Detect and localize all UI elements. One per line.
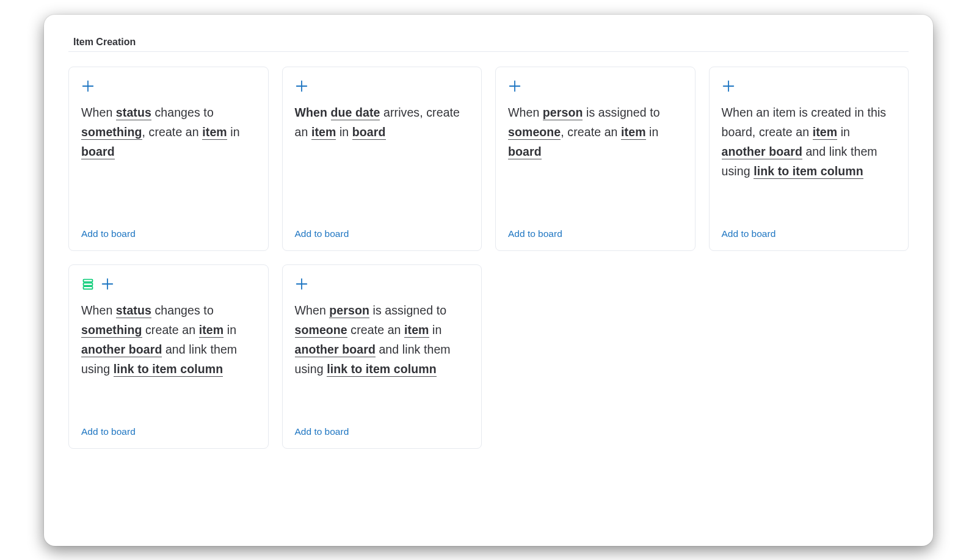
plus-icon	[101, 277, 114, 291]
recipe-text: When	[81, 304, 116, 317]
recipe-field[interactable]: item	[621, 125, 646, 140]
recipe-text: When	[295, 304, 330, 317]
svg-rect-8	[84, 279, 93, 282]
recipe-text: is assigned to	[369, 304, 446, 317]
recipe-text: When an item is created in this board, c…	[722, 106, 887, 139]
recipe-field[interactable]: link to item column	[114, 362, 223, 377]
recipe-description: When an item is created in this board, c…	[722, 103, 896, 181]
recipe-text: changes to	[151, 304, 214, 317]
recipe-field[interactable]: due date	[331, 106, 380, 120]
recipe-field[interactable]: person	[543, 106, 583, 120]
card-icons	[81, 79, 256, 94]
recipe-text: changes to	[151, 106, 214, 119]
add-to-board-button[interactable]: Add to board	[295, 426, 470, 437]
add-to-board-button[interactable]: Add to board	[295, 228, 470, 239]
recipe-field[interactable]: another board	[81, 343, 162, 357]
add-to-board-button[interactable]: Add to board	[81, 228, 256, 239]
recipe-card-person-create-link[interactable]: When person is assigned to someone creat…	[282, 264, 482, 449]
recipe-card-item-created-link[interactable]: When an item is created in this board, c…	[709, 67, 909, 251]
recipe-text: When	[295, 106, 331, 119]
recipe-field[interactable]: item	[311, 125, 336, 140]
svg-rect-10	[84, 286, 93, 289]
add-to-board-button[interactable]: Add to board	[508, 228, 683, 239]
add-to-board-button[interactable]: Add to board	[722, 228, 896, 239]
recipe-card-status-create-item[interactable]: When status changes to something, create…	[68, 67, 269, 251]
recipe-text: is assigned to	[583, 106, 659, 119]
recipe-field[interactable]: link to item column	[754, 164, 863, 179]
recipe-field[interactable]: something	[81, 323, 142, 338]
recipe-text: , create an	[142, 125, 203, 139]
svg-rect-9	[84, 283, 93, 285]
recipe-text: , create an	[561, 125, 621, 139]
recipe-description: When due date arrives, create an item in…	[295, 103, 470, 142]
card-icons	[722, 79, 896, 94]
recipe-field[interactable]: someone	[508, 125, 561, 140]
recipe-text: in	[429, 323, 442, 336]
card-icons	[81, 277, 256, 292]
recipe-field[interactable]: another board	[722, 145, 802, 159]
recipe-field[interactable]: someone	[295, 323, 347, 338]
recipe-description: When person is assigned to someone creat…	[295, 300, 470, 379]
recipe-text: When	[508, 106, 543, 119]
card-icons	[295, 79, 470, 94]
recipe-field[interactable]: board	[508, 145, 542, 159]
recipe-text: in	[336, 125, 352, 139]
plus-icon	[722, 79, 735, 93]
recipe-text: in	[227, 125, 240, 139]
recipe-text: in	[646, 125, 659, 139]
add-to-board-button[interactable]: Add to board	[81, 426, 256, 437]
recipe-grid: When status changes to something, create…	[68, 67, 909, 449]
recipe-field[interactable]: item	[813, 125, 838, 140]
recipe-card-due-date-create-item[interactable]: When due date arrives, create an item in…	[282, 67, 482, 251]
recipe-card-person-create-item[interactable]: When person is assigned to someone, crea…	[495, 67, 696, 251]
recipe-description: When status changes to something, create…	[81, 103, 256, 161]
recipe-field[interactable]: item	[404, 323, 429, 338]
recipe-field[interactable]: something	[81, 125, 142, 140]
automation-recipes-frame: Item Creation When status changes to som…	[44, 15, 933, 546]
recipe-text: in	[837, 125, 850, 139]
recipe-text: in	[223, 323, 236, 336]
section-title: Item Creation	[73, 37, 909, 48]
recipe-description: When person is assigned to someone, crea…	[508, 103, 683, 161]
card-icons	[295, 277, 470, 292]
recipe-field[interactable]: status	[116, 106, 151, 120]
plus-icon	[508, 79, 521, 93]
recipe-description: When status changes to something create …	[81, 300, 256, 379]
recipe-text: When	[81, 106, 116, 119]
recipe-field[interactable]: item	[199, 323, 224, 338]
recipe-text: create an	[347, 323, 404, 336]
recipe-card-status-create-link[interactable]: When status changes to something create …	[68, 264, 269, 449]
recipe-field[interactable]: link to item column	[327, 362, 437, 377]
recipe-field[interactable]: board	[81, 145, 115, 159]
section-divider	[68, 51, 909, 52]
recipe-field[interactable]: item	[202, 125, 227, 140]
recipe-field[interactable]: status	[116, 304, 151, 318]
recipe-text: create an	[142, 323, 199, 336]
recipe-field[interactable]: board	[352, 125, 386, 140]
plus-icon	[295, 79, 308, 93]
card-icons	[508, 79, 683, 94]
plus-icon	[81, 79, 95, 93]
recipe-field[interactable]: person	[329, 304, 369, 318]
recipe-field[interactable]: another board	[295, 343, 376, 357]
subitem-icon	[81, 277, 95, 291]
plus-icon	[295, 277, 308, 291]
